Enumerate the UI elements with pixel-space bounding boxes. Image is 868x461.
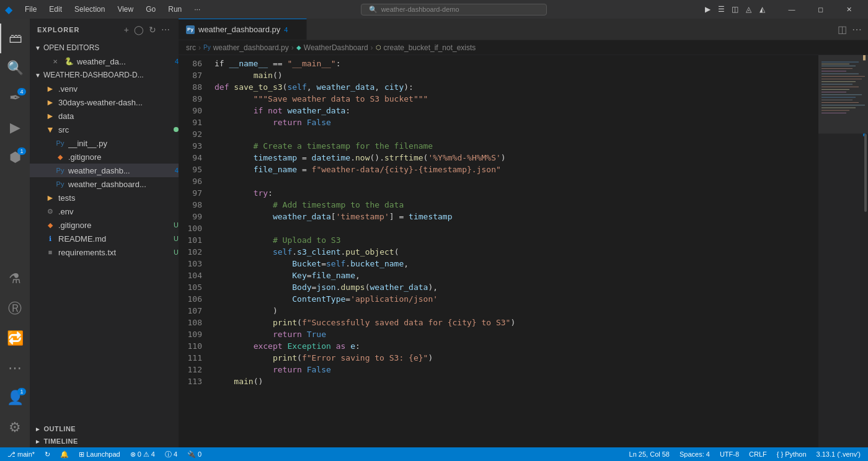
launchpad-label: ⊞ Launchpad — [79, 450, 120, 459]
activity-search[interactable]: 🔍 — [0, 53, 30, 83]
tree-item-gitignore[interactable]: ◆ .gitignore U — [30, 218, 179, 232]
layout-btn[interactable]: ☰ — [715, 4, 727, 15]
tree-item-requirements[interactable]: ≡ requirements.txt U — [30, 245, 179, 259]
close-btn[interactable]: ✕ — [835, 0, 863, 19]
tree-item-env[interactable]: ⚙ .env — [30, 204, 179, 218]
run-btn[interactable]: ▶ — [702, 4, 713, 15]
code-line: timestamp = datetime.now().strftime('%Y%… — [210, 152, 818, 164]
eol-label: CRLF — [749, 450, 767, 458]
refresh-icon[interactable]: ↻ — [148, 24, 157, 36]
collapse-all-icon[interactable]: ⋯ — [160, 24, 171, 36]
python-file-icon: Py — [55, 165, 66, 176]
activity-source-control[interactable]: ✒ 4 — [0, 83, 30, 113]
activity-run-debug[interactable]: ▶ — [0, 113, 30, 143]
source-control-badge: 4 — [17, 88, 26, 95]
tree-item-30days[interactable]: ► 30days-weather-dash... — [30, 95, 179, 109]
activity-explorer[interactable]: 🗃 — [0, 24, 30, 53]
activity-extensions[interactable]: ⬢ 1 — [0, 143, 30, 172]
code-line: """Save weather data to S3 bucket""" — [210, 93, 818, 105]
activity-account[interactable]: 👤 1 — [0, 383, 30, 413]
tree-item-readme[interactable]: ℹ README.md U — [30, 232, 179, 245]
tree-item-data[interactable]: ► data — [30, 109, 179, 123]
timeline-label: TIMELINE — [43, 437, 78, 445]
tree-item-weather-dashboard2[interactable]: Py weather_dashboard... — [30, 177, 179, 191]
status-info[interactable]: ⓘ 4 — [162, 450, 180, 459]
folder-icon: ► — [45, 110, 56, 121]
menu-selection[interactable]: Selection — [69, 4, 110, 15]
activity-git-graph[interactable]: Ⓡ — [0, 294, 30, 323]
folder-icon: ► — [45, 97, 56, 108]
code-content[interactable]: if __name__ == "__main__": main()def sav… — [210, 55, 818, 447]
tree-item-weather-dashboard[interactable]: Py weather_dashb... 4 — [30, 164, 179, 177]
customize-btn[interactable]: ◭ — [756, 4, 768, 15]
status-notifications[interactable]: 🔔 — [58, 450, 71, 459]
close-icon[interactable]: ✕ — [50, 56, 61, 67]
new-folder-icon[interactable]: ◯ — [133, 24, 145, 36]
svg-rect-23 — [863, 55, 866, 60]
status-errors[interactable]: ⊗ 0 ⚠ 4 — [128, 450, 157, 459]
breadcrumb-class[interactable]: ◆ WeatherDashboard — [296, 43, 368, 52]
code-line: Key=file_name, — [210, 270, 818, 281]
folder-icon: ► — [45, 83, 56, 94]
tree-item-init[interactable]: Py __init__.py — [30, 136, 179, 150]
open-editors-header[interactable]: ▼ OPEN EDITORS — [30, 41, 179, 55]
minimap[interactable] — [818, 55, 868, 447]
line-number: 102 — [179, 246, 210, 258]
breadcrumb-method[interactable]: ⬡ create_bucket_if_not_exists — [376, 43, 476, 52]
maximize-btn[interactable]: ◻ — [806, 0, 835, 19]
extensions-badge: 1 — [17, 147, 26, 155]
breadcrumb-class-label: WeatherDashboard — [304, 43, 368, 52]
status-encoding[interactable]: UTF-8 — [717, 450, 742, 458]
project-header[interactable]: ▼ WEATHER-DASHBOARD-D... — [30, 68, 179, 82]
tree-item-src[interactable]: ▼ src — [30, 123, 179, 136]
menu-file[interactable]: File — [20, 4, 42, 15]
menu-run[interactable]: Run — [163, 4, 187, 15]
activity-settings[interactable]: ⚙ — [0, 413, 30, 442]
status-port[interactable]: 🔌 0 — [185, 450, 204, 459]
menu-more[interactable]: ··· — [189, 4, 205, 15]
code-line: print(f"Error saving to S3: {e}") — [210, 352, 818, 364]
code-line: file_name = f"weather-data/{city}-{times… — [210, 164, 818, 175]
info-icon: ⓘ — [165, 450, 172, 459]
search-box[interactable]: 🔍 weather-dashboard-demo — [361, 4, 547, 15]
status-language[interactable]: { } Python — [774, 450, 809, 458]
more-actions-icon[interactable]: ⋯ — [851, 22, 863, 37]
tab-bar: Py weather_dashboard.py 4 ✕ ◫ ⋯ — [179, 19, 868, 40]
warning-count: 4 — [151, 450, 155, 458]
status-version[interactable]: 3.13.1 ('.venv') — [814, 450, 863, 458]
activity-flask[interactable]: ⚗ — [0, 264, 30, 294]
tree-item-venv[interactable]: ► .venv — [30, 82, 179, 95]
split-editor-icon[interactable]: ◫ — [836, 22, 848, 37]
tree-item-tests[interactable]: ► tests — [30, 191, 179, 204]
tree-item-gitignore-src[interactable]: ◆ .gitignore — [30, 150, 179, 164]
status-sync[interactable]: ↻ — [42, 450, 53, 459]
sync-icon: ↻ — [45, 450, 50, 459]
panel-btn[interactable]: ◬ — [743, 4, 754, 15]
code-line: weather_data['timestamp'] = timestamp — [210, 211, 818, 222]
minimize-btn[interactable]: — — [777, 0, 806, 19]
new-file-icon[interactable]: + — [123, 24, 130, 36]
breadcrumb-sep3: › — [371, 43, 373, 52]
menu-edit[interactable]: Edit — [44, 4, 67, 15]
split-btn[interactable]: ◫ — [729, 4, 740, 15]
menu-view[interactable]: View — [112, 4, 138, 15]
outline-section-header[interactable]: ► OUTLINE — [30, 423, 179, 435]
breadcrumb-file[interactable]: Py weather_dashboard.py — [203, 43, 289, 52]
info-count: 4 — [174, 450, 177, 458]
open-editor-item[interactable]: ✕ 🐍 weather_da... 4 — [30, 55, 179, 68]
status-cursor[interactable]: Ln 25, Col 58 — [627, 450, 672, 458]
activity-remote[interactable]: 🔁 — [0, 323, 30, 353]
status-launchpad[interactable]: ⊞ Launchpad — [76, 450, 123, 459]
timeline-section-header[interactable]: ► TIMELINE — [30, 435, 179, 447]
activity-more[interactable]: ⋯ — [0, 353, 30, 383]
breadcrumb-src[interactable]: src — [186, 43, 196, 52]
tab-weather-dashboard[interactable]: Py weather_dashboard.py 4 ✕ — [179, 19, 307, 40]
status-spaces[interactable]: Spaces: 4 — [677, 450, 712, 458]
activity-bar: 🗃 🔍 ✒ 4 ▶ ⬢ 1 ⚗ Ⓡ 🔁 ⋯ 👤 1 ⚙ — [0, 19, 30, 447]
code-line: except Exception as e: — [210, 340, 818, 352]
status-branch[interactable]: ⎇ main* — [5, 450, 37, 459]
menu-go[interactable]: Go — [141, 4, 161, 15]
git-icon: ◆ — [45, 219, 56, 230]
tab-num: 4 — [284, 26, 288, 33]
status-eol[interactable]: CRLF — [746, 450, 769, 458]
